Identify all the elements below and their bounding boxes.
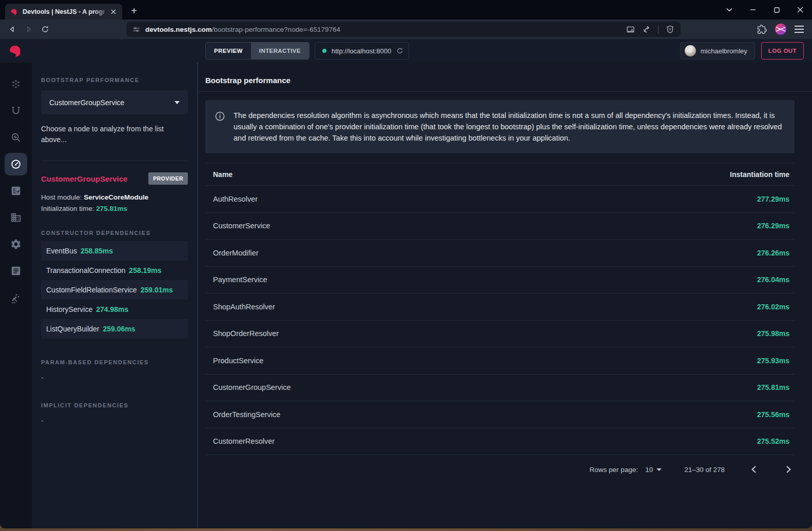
title-divider bbox=[198, 91, 812, 92]
forward-icon[interactable] bbox=[21, 22, 37, 37]
sidebar-item-docs[interactable] bbox=[5, 260, 27, 282]
sidebar-item-routes[interactable] bbox=[5, 100, 27, 122]
browser-window: Devtools | NestJS - A progressive + bbox=[0, 0, 812, 528]
new-tab-button[interactable]: + bbox=[126, 3, 142, 18]
tab-search-icon[interactable] bbox=[718, 0, 741, 19]
browser-tab[interactable]: Devtools | NestJS - A progressive bbox=[5, 4, 122, 19]
site-settings-icon[interactable] bbox=[132, 26, 140, 33]
panel-divider bbox=[41, 161, 188, 161]
performance-table: Name Instantiation time AuthResolver277.… bbox=[205, 163, 795, 455]
table-row[interactable]: AuthResolver277.29ms bbox=[205, 186, 795, 213]
node-select[interactable]: CustomerGroupService bbox=[41, 90, 188, 114]
back-icon[interactable] bbox=[4, 22, 21, 37]
pagination: Rows per page: 10 21–30 of 278 bbox=[205, 455, 795, 484]
user-name: michaelbromley bbox=[701, 47, 747, 55]
target-url-chip: http://localhost:8000 bbox=[315, 42, 409, 60]
table-row[interactable]: PaymentService276.04ms bbox=[205, 267, 795, 294]
table-row[interactable]: CustomerGroupService275.81ms bbox=[205, 375, 795, 402]
host-module-line: Host module: ServiceCoreModule bbox=[41, 193, 188, 201]
browser-tabbar: Devtools | NestJS - A progressive + bbox=[0, 0, 812, 19]
browser-toolbar: devtools.nestjs.com/bootstrap-performanc… bbox=[0, 19, 812, 39]
share-icon[interactable] bbox=[642, 25, 651, 34]
nestjs-logo-icon[interactable] bbox=[0, 39, 32, 63]
dep-list-item[interactable]: EventBus258.85ms bbox=[41, 241, 188, 261]
table-row[interactable]: OrderTestingService275.56ms bbox=[205, 401, 795, 428]
init-time-value: 275.81ms bbox=[96, 205, 127, 212]
info-box: The dependencies resolution algorithm is… bbox=[205, 100, 795, 153]
browser-profile-avatar[interactable] bbox=[775, 24, 786, 35]
sidebar-item-graph[interactable] bbox=[5, 73, 27, 95]
maximize-icon[interactable] bbox=[765, 0, 788, 19]
mode-toggle: PREVIEW INTERACTIVE bbox=[205, 42, 310, 60]
toolbar-right bbox=[757, 24, 812, 35]
menu-icon[interactable] bbox=[795, 26, 804, 33]
interactive-button[interactable]: INTERACTIVE bbox=[251, 43, 309, 59]
logout-button[interactable]: LOG OUT bbox=[761, 42, 804, 60]
constructor-deps-title: CONSTRUCTOR DEPENDENCIES bbox=[41, 230, 188, 236]
chevron-down-icon bbox=[175, 101, 180, 104]
previous-page-icon[interactable] bbox=[747, 463, 760, 476]
refresh-target-icon[interactable] bbox=[396, 47, 403, 54]
main-content: Bootstrap performance The dependencies r… bbox=[198, 63, 812, 528]
connection-status-dot bbox=[322, 49, 326, 53]
node-select-value: CustomerGroupService bbox=[49, 99, 175, 107]
next-page-icon[interactable] bbox=[782, 463, 795, 476]
column-name: Name bbox=[213, 170, 730, 179]
table-row[interactable]: OrderModifier276.26ms bbox=[205, 240, 795, 267]
dep-list-item[interactable]: CustomFieldRelationService259.01ms bbox=[41, 280, 188, 300]
sidebar-item-insights[interactable] bbox=[5, 126, 27, 149]
dep-list-item[interactable]: ListQueryBuilder259.06ms bbox=[41, 319, 188, 339]
preview-button[interactable]: PREVIEW bbox=[206, 43, 251, 59]
nestjs-favicon-icon bbox=[10, 8, 18, 16]
url-path: /bootstrap-performance?node=-65179764 bbox=[212, 26, 340, 33]
window-controls bbox=[718, 0, 812, 19]
selected-node-name: CustomerGroupService bbox=[41, 174, 127, 183]
extensions-icon[interactable] bbox=[757, 25, 767, 34]
left-panel: BOOTSTRAP PERFORMANCE CustomerGroupServi… bbox=[32, 63, 198, 528]
param-deps-empty: - bbox=[41, 373, 188, 382]
minimize-icon[interactable] bbox=[741, 0, 765, 19]
info-icon bbox=[215, 111, 225, 144]
sidebar-item-settings[interactable] bbox=[5, 233, 27, 255]
close-icon[interactable] bbox=[788, 0, 812, 19]
info-text: The dependencies resolution algorithm is… bbox=[234, 110, 782, 144]
target-url: http://localhost:8000 bbox=[332, 47, 391, 55]
sidebar-item-modules[interactable] bbox=[5, 206, 27, 229]
user-avatar bbox=[685, 45, 696, 56]
sidebar-item-checklist[interactable] bbox=[5, 180, 27, 202]
constructor-deps-list: EventBus258.85ms TransactionalConnection… bbox=[41, 241, 188, 339]
dep-list-item[interactable]: TransactionalConnection258.19ms bbox=[41, 261, 188, 280]
sidebar-item-bootstrap-performance[interactable] bbox=[5, 153, 27, 175]
url-host: devtools.nestjs.com bbox=[145, 26, 212, 33]
user-chip[interactable]: michaelbromley bbox=[680, 42, 755, 60]
app-header: PREVIEW INTERACTIVE http://localhost:800… bbox=[0, 39, 812, 63]
table-row[interactable]: CustomerResolver275.52ms bbox=[205, 428, 795, 456]
init-time-line: Initialization time: 275.81ms bbox=[41, 205, 188, 212]
dep-list-item[interactable]: HistoryService274.98ms bbox=[41, 300, 188, 319]
table-row[interactable]: CustomerService276.29ms bbox=[205, 213, 795, 240]
table-row[interactable]: ShopOrderResolver275.98ms bbox=[205, 321, 795, 348]
table-row[interactable]: ProductService275.93ms bbox=[205, 347, 795, 375]
panel-hint: Choose a node to analyze from the list a… bbox=[41, 124, 188, 145]
tab-close-icon[interactable] bbox=[109, 7, 118, 16]
url-trailing-icons bbox=[626, 25, 676, 34]
chevron-down-icon bbox=[656, 468, 662, 471]
brave-shield-icon[interactable] bbox=[666, 25, 674, 34]
url-bar[interactable]: devtools.nestjs.com/bootstrap-performanc… bbox=[126, 22, 681, 37]
sidebar-item-build[interactable] bbox=[5, 286, 27, 309]
provider-badge: PROVIDER bbox=[148, 172, 188, 185]
host-module-value: ServiceCoreModule bbox=[84, 193, 148, 201]
install-app-icon[interactable] bbox=[626, 25, 635, 34]
rows-per-page-label: Rows per page: bbox=[590, 466, 639, 474]
rows-per-page-select[interactable]: 10 bbox=[645, 466, 662, 474]
implicit-deps-title: IMPLICIT DEPENDENCIES bbox=[41, 402, 188, 408]
page-title: Bootstrap performance bbox=[205, 76, 795, 85]
tab-title: Devtools | NestJS - A progressive bbox=[23, 8, 105, 15]
implicit-deps-empty: - bbox=[41, 417, 188, 425]
url-text: devtools.nestjs.com/bootstrap-performanc… bbox=[145, 26, 621, 33]
panel-section-title: BOOTSTRAP PERFORMANCE bbox=[41, 77, 188, 83]
icon-sidebar bbox=[0, 63, 32, 528]
table-row[interactable]: ShopAuthResolver276.02ms bbox=[205, 293, 795, 321]
table-header: Name Instantiation time bbox=[205, 163, 795, 186]
reload-icon[interactable] bbox=[37, 22, 53, 37]
